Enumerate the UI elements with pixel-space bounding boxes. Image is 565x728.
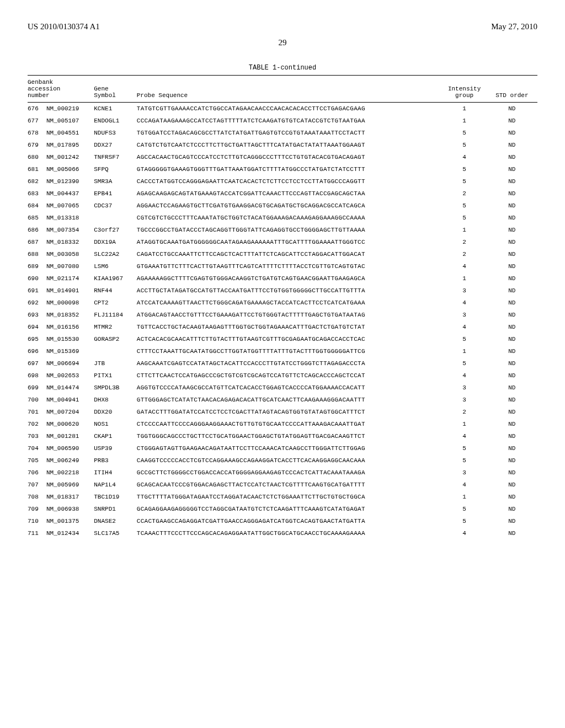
table-row: 697NM_006694JTBAAGCAAATCGAGTCCATATAGCTAC… — [28, 357, 537, 370]
row-number: 704 — [28, 442, 46, 454]
std-order: ND — [490, 333, 537, 345]
gene-symbol: CDC37 — [94, 200, 137, 212]
probe-sequence: CTGGGAGTAGTTGAAGAACAGATAATTCCTTCCAAACATC… — [137, 442, 443, 454]
intensity-group: 3 — [443, 285, 490, 297]
accession-number: NM_002218 — [46, 467, 94, 479]
page-header: US 2010/0130374 A1 May 27, 2010 — [28, 22, 537, 31]
probe-sequence: AGAAAAAGGCTTTTCGAGTGTGGGACAAGGTCTGATGTCA… — [137, 272, 443, 285]
intensity-group: 4 — [443, 479, 490, 491]
row-number: 706 — [28, 467, 46, 479]
probe-sequence: TGGTGGGCAGCCCTGCTTCCTGCATGGAACTGGAGCTGTA… — [137, 430, 443, 442]
intensity-group: 2 — [443, 236, 490, 248]
gene-symbol: LSM6 — [94, 260, 137, 272]
table-row: 678NM_004551NDUFS3TGTGGATCCTAGACAGCGCCTT… — [28, 127, 537, 139]
probe-sequence: TATGTCGTTGAAAACCATCTGGCCATAGAACAACCCAACA… — [137, 103, 443, 115]
row-number: 694 — [28, 321, 46, 333]
table-row: 683NM_004437EPB41AGAGCAAGAGCAGTATGAAAGTA… — [28, 188, 537, 200]
table-row: 677NM_005107ENDOGL1CCCAGATAAGAAAGCCATCCT… — [28, 115, 537, 127]
accession-number: NM_000620 — [46, 418, 94, 430]
std-order: ND — [490, 224, 537, 236]
gene-symbol: TBC1D19 — [94, 491, 137, 503]
intensity-group: 1 — [443, 224, 490, 236]
accession-number: NM_004941 — [46, 394, 94, 406]
table-row: 687NM_018332DDX19AATAGGTGCAAATGATGGGGGGC… — [28, 236, 537, 248]
probe-sequence: AGCCACAACTGCAGTCCCATCCTCTTGTCAGGGCCCTTTC… — [137, 151, 443, 163]
accession-number: NM_000219 — [46, 103, 94, 115]
accession-number: NM_015530 — [46, 333, 94, 345]
gene-symbol: NAP1L4 — [94, 479, 137, 491]
table-row: 705NM_006249PRB3CAAGGTCCCCCACCTCGTCCAGGA… — [28, 454, 537, 467]
accession-number: NM_013318 — [46, 212, 94, 224]
probe-sequence: ACCTTGCTATAGATGCCATGTTACCAATGATTTCCTGTGG… — [137, 285, 443, 297]
table-row: 685NM_013318CGTCGTCTGCCCTTTCAAATATGCTGGT… — [28, 212, 537, 224]
gene-symbol: SNRPD1 — [94, 503, 137, 515]
probe-sequence: GCAGAGGAAGAGGGGGTCCTAGGCGATAATGTCTCTCAAG… — [137, 503, 443, 515]
table-row: 681NM_005066SFPQGTAGGGGGTGAAAGTGGGTTTGAT… — [28, 163, 537, 175]
probe-sequence: CGTCGTCTGCCCTTTCAAATATGCTGGTCTACATGGAAAG… — [137, 212, 443, 224]
table-row: 701NM_007204DDX20GATACCTTTGGATATCCATCCTC… — [28, 406, 537, 418]
intensity-group: 3 — [443, 467, 490, 479]
table-row: 689NM_007080LSM6GTGAAATGTTCTTTCACTTGTAAG… — [28, 260, 537, 272]
intensity-group: 2 — [443, 248, 490, 260]
std-order: ND — [490, 139, 537, 151]
probe-sequence: ATAGGTGCAAATGATGGGGGGCAATAGAAGAAAAAATTTG… — [137, 236, 443, 248]
probe-sequence: TGCCCGGCCTGATACCCTAGCAGGTTGGGTATTCAGAGGT… — [137, 224, 443, 236]
intensity-group: 1 — [443, 103, 490, 115]
probe-sequence: TCAAACTTTCCCTTCCCAGCACAGAGGAATATTGGCTGGC… — [137, 527, 443, 539]
table-row: 688NM_003058SLC22A2CAGATCCTGCCAAATTCTTCC… — [28, 248, 537, 260]
row-number: 687 — [28, 236, 46, 248]
table-row: 692NM_000098CPT2ATCCATCAAAAGTTAACTTCTGGG… — [28, 297, 537, 309]
probe-sequence: CTTTCCTAAATTGCAATATGGCCTTGGTATGGTTTTATTT… — [137, 345, 443, 357]
std-order: ND — [490, 406, 537, 418]
intensity-group: 5 — [443, 454, 490, 467]
row-number: 679 — [28, 139, 46, 151]
gene-symbol: SLC17A5 — [94, 527, 137, 539]
intensity-group: 5 — [443, 442, 490, 454]
probe-sequence: CATGTCTGTCAATCTCCCTTCTTGCTGATTAGCTTTCATA… — [137, 139, 443, 151]
gene-symbol: KIAA1967 — [94, 272, 137, 285]
table-row: 709NM_006938SNRPD1GCAGAGGAAGAGGGGGTCCTAG… — [28, 503, 537, 515]
std-order: ND — [490, 188, 537, 200]
table-header-row: Genbank accession number Gene Symbol Pro… — [28, 76, 537, 103]
row-number: 702 — [28, 418, 46, 430]
row-number: 688 — [28, 248, 46, 260]
table-row: 704NM_006590USP39CTGGGAGTAGTTGAAGAACAGAT… — [28, 442, 537, 454]
gene-symbol: EPB41 — [94, 188, 137, 200]
row-number: 696 — [28, 345, 46, 357]
row-number: 681 — [28, 163, 46, 175]
table-row: 694NM_016156MTMR2TGTTCACCTGCTACAAGTAAGAG… — [28, 321, 537, 333]
accession-number: NM_014901 — [46, 285, 94, 297]
accession-number: NM_012434 — [46, 527, 94, 539]
probe-sequence: CCCAGATAAGAAAGCCATCCTAGTTTTTATCTCAAGATGT… — [137, 115, 443, 127]
row-number: 686 — [28, 224, 46, 236]
accession-number: NM_007065 — [46, 200, 94, 212]
gene-symbol: RNF44 — [94, 285, 137, 297]
probe-sequence: GTGAAATGTTCTTTCACTTGTAAGTTTCAGTCATTTTCTT… — [137, 260, 443, 272]
probe-sequence: GTTGGGAGCTCATATCTAACACAGAGACACATTGCATCAA… — [137, 394, 443, 406]
table-row: 676NM_000219KCNE1TATGTCGTTGAAAACCATCTGGC… — [28, 103, 537, 115]
accession-number: NM_002653 — [46, 370, 94, 382]
gene-symbol: PITX1 — [94, 370, 137, 382]
publication-number: US 2010/0130374 A1 — [28, 22, 100, 31]
intensity-group: 2 — [443, 406, 490, 418]
intensity-group: 3 — [443, 382, 490, 394]
std-order: ND — [490, 151, 537, 163]
table-row: 696NM_015369CTTTCCTAAATTGCAATATGGCCTTGGT… — [28, 345, 537, 357]
gene-symbol: CKAP1 — [94, 430, 137, 442]
intensity-group: 5 — [443, 163, 490, 175]
intensity-group: 1 — [443, 272, 490, 285]
gene-symbol: DDX27 — [94, 139, 137, 151]
probe-sequence: GCCGCTTCTGGGGCCTGGACCACCATGGGGAGGAAGAGTC… — [137, 467, 443, 479]
std-order: ND — [490, 103, 537, 115]
std-order: ND — [490, 418, 537, 430]
intensity-group: 2 — [443, 188, 490, 200]
accession-number: NM_001281 — [46, 430, 94, 442]
row-number: 684 — [28, 200, 46, 212]
probe-sequence: ATGGACAGTAACCTGTTTCCTGAAAGATTCCTGTGGGTAC… — [137, 309, 443, 321]
std-order: ND — [490, 345, 537, 357]
sequence-table: Genbank accession number Gene Symbol Pro… — [28, 75, 537, 539]
probe-sequence: AGGTGTCCCCATAAGCGCCATGTTCATCACACCTGGAGTC… — [137, 382, 443, 394]
intensity-group: 5 — [443, 357, 490, 370]
accession-number: NM_004551 — [46, 127, 94, 139]
intensity-group: 3 — [443, 309, 490, 321]
